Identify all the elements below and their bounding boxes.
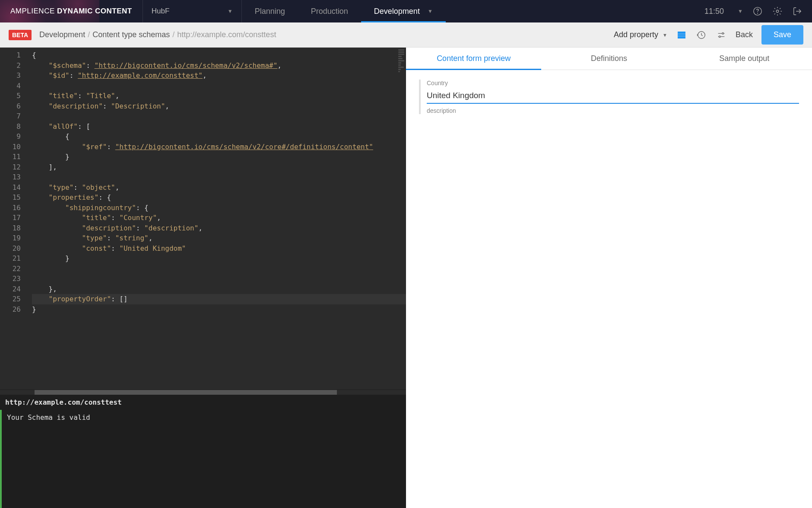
field-label: Country — [427, 80, 799, 86]
form-field-country: Country description — [419, 80, 799, 114]
svg-point-7 — [719, 35, 720, 37]
preview-pane: Content form preview Definitions Sample … — [406, 48, 812, 508]
brand-light: AMPLIENCE — [10, 7, 57, 15]
status-message: Your Schema is valid — [0, 410, 406, 508]
breadcrumb-item: http://example.com/consttest — [177, 30, 276, 39]
brand-bold: DYNAMIC CONTENT — [57, 7, 132, 15]
editor-horizontal-scrollbar[interactable] — [0, 390, 406, 395]
svg-rect-3 — [678, 32, 685, 33]
svg-rect-4 — [678, 34, 685, 36]
settings-sliders-icon[interactable] — [716, 29, 727, 41]
tab-content-form-preview[interactable]: Content form preview — [406, 48, 541, 70]
nav-tab-production[interactable]: Production — [298, 0, 361, 22]
editor-code[interactable]: { "$schema": "http://bigcontent.io/cms/s… — [25, 48, 406, 390]
editor-gutter: 1234567891011121314151617181920212223242… — [0, 48, 25, 390]
help-icon[interactable] — [752, 6, 763, 16]
nav-tab-planning[interactable]: Planning — [242, 0, 298, 22]
svg-rect-5 — [678, 36, 685, 38]
svg-point-6 — [722, 32, 724, 34]
nav-tab-label: Production — [311, 7, 348, 16]
code-editor[interactable]: 1234567891011121314151617181920212223242… — [0, 48, 406, 390]
layout-split-icon[interactable] — [676, 29, 687, 41]
status-url: http://example.com/consttest — [0, 395, 406, 410]
breadcrumb-item[interactable]: Development — [39, 30, 85, 39]
sub-header: BETA Development / Content type schemas … — [0, 22, 812, 48]
tab-definitions[interactable]: Definitions — [541, 48, 676, 70]
header-right: 11:50 ▼ — [704, 6, 812, 16]
country-input[interactable] — [427, 88, 799, 104]
svg-point-1 — [758, 13, 758, 13]
preview-tabs: Content form preview Definitions Sample … — [406, 48, 812, 70]
gear-icon[interactable] — [772, 6, 783, 16]
chevron-down-icon: ▼ — [228, 8, 233, 14]
breadcrumb-sep: / — [88, 30, 90, 39]
beta-badge: BETA — [9, 30, 32, 40]
main-split: 1234567891011121314151617181920212223242… — [0, 48, 812, 508]
back-button[interactable]: Back — [736, 30, 753, 39]
tab-sample-output[interactable]: Sample output — [677, 48, 812, 70]
tab-label: Sample output — [719, 54, 769, 63]
logout-icon[interactable] — [792, 6, 802, 16]
tab-label: Definitions — [591, 54, 627, 63]
breadcrumb: Development / Content type schemas / htt… — [39, 30, 276, 39]
chevron-down-icon[interactable]: ▼ — [738, 8, 743, 14]
history-icon[interactable] — [696, 29, 707, 41]
chevron-down-icon: ▼ — [663, 32, 667, 38]
field-description: description — [427, 107, 799, 114]
top-header: AMPLIENCE DYNAMIC CONTENT HubF ▼ Plannin… — [0, 0, 812, 22]
scrollbar-thumb[interactable] — [35, 390, 337, 395]
nav-tab-label: Development — [374, 7, 420, 16]
save-button[interactable]: Save — [761, 25, 803, 45]
hub-name: HubF — [152, 7, 170, 16]
editor-pane: 1234567891011121314151617181920212223242… — [0, 48, 406, 508]
tab-label: Content form preview — [437, 54, 511, 63]
breadcrumb-sep: / — [172, 30, 174, 39]
svg-point-2 — [776, 10, 779, 13]
breadcrumb-item[interactable]: Content type schemas — [92, 30, 170, 39]
clock-time: 11:50 — [704, 7, 724, 16]
chevron-down-icon: ▼ — [428, 8, 433, 14]
add-property-label: Add property — [614, 30, 658, 39]
nav-tab-development[interactable]: Development ▼ — [361, 0, 446, 22]
nav-tab-label: Planning — [255, 7, 285, 16]
hub-selector[interactable]: HubF ▼ — [143, 0, 242, 22]
brand-logo: AMPLIENCE DYNAMIC CONTENT — [0, 7, 143, 16]
nav-tabs: Planning Production Development ▼ — [242, 0, 446, 22]
add-property-dropdown[interactable]: Add property ▼ — [614, 30, 667, 39]
preview-content: Country description — [406, 70, 812, 124]
sub-header-actions: Add property ▼ Back Save — [614, 25, 803, 45]
